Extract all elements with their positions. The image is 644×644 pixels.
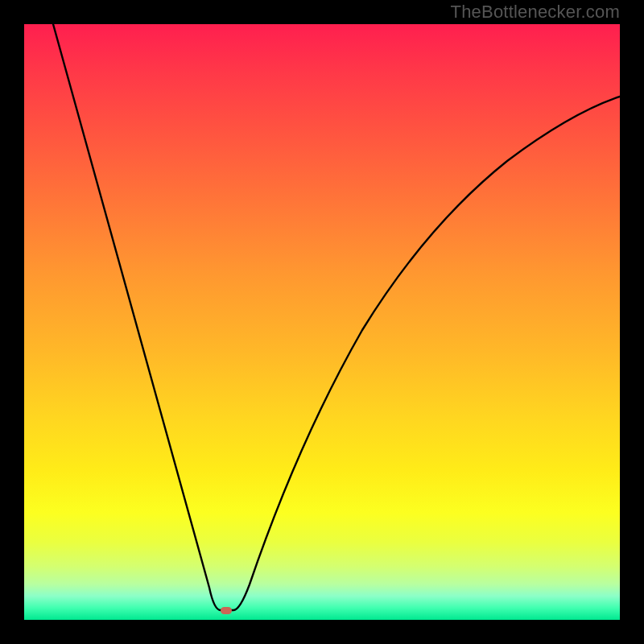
plot-area bbox=[24, 24, 620, 620]
attribution-label: TheBottlenecker.com bbox=[451, 2, 620, 23]
bottleneck-curve bbox=[53, 24, 620, 610]
chart-frame: TheBottlenecker.com bbox=[0, 0, 644, 644]
curve-layer bbox=[24, 24, 620, 620]
min-marker bbox=[221, 607, 232, 614]
